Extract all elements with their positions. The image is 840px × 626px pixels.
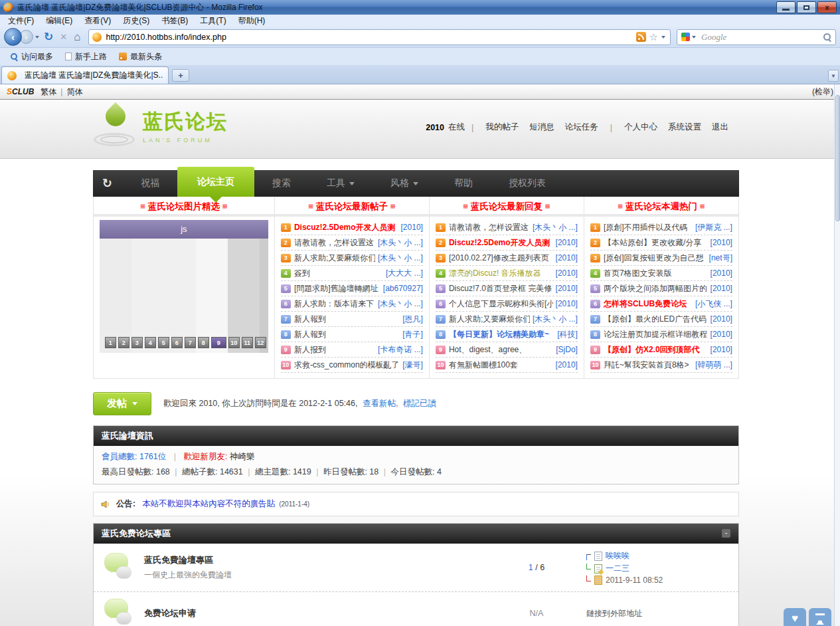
username-link[interactable]: 2010: [426, 123, 444, 132]
thread-link[interactable]: Discuz!7.0首页登录框 完美修: [449, 283, 553, 294]
thread-link[interactable]: 新人求助;又要麻烦你们: [449, 314, 530, 325]
lastpost-author-link[interactable]: 一二三: [606, 563, 630, 574]
author-link[interactable]: [net哥]: [709, 253, 732, 264]
close-button[interactable]: x: [817, 1, 837, 13]
picture-carousel[interactable]: js 123456789101112: [100, 220, 268, 353]
bookmark-getting-started[interactable]: 新手上路: [60, 50, 112, 64]
thread-link[interactable]: Discuz!2.5Demo开发人员测: [449, 237, 553, 249]
userbar-link[interactable]: 退出: [712, 122, 728, 133]
author-link[interactable]: [2010]: [711, 284, 732, 293]
carousel-page-button[interactable]: 5: [158, 337, 169, 348]
author-link[interactable]: [2010]: [401, 223, 423, 232]
url-text[interactable]: http://2010.hotbbs.info/index.php: [106, 33, 633, 42]
nav-item-blessing[interactable]: 祝福: [123, 170, 177, 197]
nav-item-search[interactable]: 搜索: [254, 170, 309, 197]
thread-link[interactable]: 新人求助;又要麻烦你们: [294, 253, 375, 264]
author-link[interactable]: [木头丶小 ...]: [533, 314, 578, 325]
announcement-link[interactable]: 本站不歡迎與本站內容不符的廣告貼: [142, 498, 275, 510]
carousel-page-button[interactable]: 9: [211, 337, 226, 348]
thread-link[interactable]: 怎样将SCLUB免费论坛: [604, 298, 693, 310]
userbar-link[interactable]: 系统设置: [668, 122, 701, 133]
carousel-page-button[interactable]: 4: [145, 337, 156, 348]
thread-link[interactable]: 首页7格图文安装版: [604, 268, 708, 279]
author-link[interactable]: [木头丶小 ...]: [533, 222, 578, 233]
thread-link[interactable]: 个人信息下显示昵称和头衔[小: [449, 298, 553, 310]
carousel-page-button[interactable]: 11: [242, 337, 253, 348]
userbar-link[interactable]: 短消息: [529, 122, 554, 133]
carousel-page-button[interactable]: 8: [198, 337, 209, 348]
author-link[interactable]: [2010]: [556, 360, 578, 369]
userbar-link[interactable]: 个人中心: [624, 122, 657, 133]
forum-title-link[interactable]: 蓝氏免費論壇專區: [144, 554, 487, 566]
url-bar[interactable]: http://2010.hotbbs.info/index.php ☆: [88, 29, 671, 45]
author-link[interactable]: [SjDo]: [556, 345, 578, 354]
author-link[interactable]: [2010]: [556, 284, 578, 293]
author-link[interactable]: [韓萌萌 ...]: [695, 360, 732, 371]
search-input[interactable]: Google: [701, 32, 823, 43]
bookmark-star-icon[interactable]: ☆: [649, 31, 658, 43]
reload-button[interactable]: ↻: [41, 30, 56, 44]
author-link[interactable]: [2010]: [711, 330, 732, 339]
favorite-button[interactable]: ♥: [784, 608, 806, 626]
menu-item[interactable]: 历史(S): [118, 15, 155, 27]
thread-link[interactable]: [2010.02.27]修改主题列表页: [449, 253, 553, 264]
thread-link[interactable]: [問題求助]舊論壇轉網址: [294, 283, 380, 294]
carousel-page-button[interactable]: 3: [131, 337, 143, 348]
author-link[interactable]: [2010]: [556, 238, 578, 247]
author-link[interactable]: [2010]: [711, 268, 732, 278]
menu-item[interactable]: 书签(B): [156, 15, 193, 27]
report-link[interactable]: (检举): [812, 86, 833, 98]
nav-item-style[interactable]: 风格: [373, 170, 436, 197]
newbie-name-link[interactable]: 神崎樂: [230, 452, 255, 461]
back-to-top-button[interactable]: [809, 608, 831, 626]
history-dropdown-icon[interactable]: [35, 36, 39, 41]
home-button[interactable]: ⌂: [70, 31, 84, 44]
carousel-page-button[interactable]: 7: [185, 337, 196, 348]
menu-item[interactable]: 工具(T): [195, 15, 231, 27]
thread-link[interactable]: 两个版块之间添加两幅图片的: [604, 283, 708, 294]
thread-link[interactable]: 求救-css_common的模板亂了: [294, 360, 400, 371]
stop-button[interactable]: ✕: [56, 32, 70, 42]
thread-link[interactable]: 请教请教，怎样设置这: [294, 237, 375, 249]
thread-link[interactable]: 新人報到: [294, 329, 400, 340]
carousel-page-button[interactable]: 10: [228, 337, 240, 348]
author-link[interactable]: [2010]: [711, 238, 732, 247]
thread-link[interactable]: 【原创】最火的LED广告代码: [604, 314, 708, 325]
list-all-tabs-button[interactable]: ▼: [828, 70, 839, 82]
thread-link[interactable]: 簽到: [294, 268, 383, 279]
carousel-page-button[interactable]: 6: [171, 337, 183, 348]
tab-active[interactable]: 蓝氏論壇 蓝氏論壇|DZ免費論壇美化|S...: [1, 66, 169, 84]
thread-link[interactable]: 新人报到: [294, 344, 375, 356]
lastpost-thread-link[interactable]: 唉唉唉: [606, 550, 630, 562]
author-link[interactable]: [濠哥]: [402, 360, 423, 371]
thread-link[interactable]: 拜託~幫我安裝首頁8格>: [604, 360, 693, 371]
nav-item-license-list[interactable]: 授权列表: [491, 170, 564, 197]
author-link[interactable]: [大大大 ...]: [386, 268, 423, 279]
restore-button[interactable]: [797, 1, 816, 13]
bookmark-latest-headlines[interactable]: 最新头条: [114, 50, 167, 64]
bookmark-most-visited[interactable]: 访问最多: [5, 50, 58, 64]
members-total-link[interactable]: 會員總數: 1761位: [102, 452, 166, 461]
thread-link[interactable]: 【本站原创】更改收藏/分享: [604, 237, 708, 249]
author-link[interactable]: [木头丶小 ...]: [378, 237, 423, 249]
author-link[interactable]: [2010]: [711, 345, 732, 354]
thread-link[interactable]: [原创]回复按钮更改为自己想: [604, 253, 707, 264]
thread-link[interactable]: 【每日更新】论坛精美勋章~: [449, 329, 554, 340]
lang-simplified-link[interactable]: 简体: [66, 86, 82, 98]
menu-item[interactable]: 文件(F): [3, 15, 39, 27]
new-tab-button[interactable]: +: [172, 69, 189, 82]
thread-link[interactable]: [原創]不用插件以及代碼: [604, 222, 693, 233]
refresh-icon[interactable]: ↻: [93, 176, 123, 191]
author-link[interactable]: [木头丶小 ...]: [378, 253, 423, 264]
new-post-button[interactable]: 发帖: [93, 392, 151, 415]
view-new-posts-link[interactable]: 查看新帖,: [363, 399, 398, 408]
author-link[interactable]: [小飞侠 ...]: [695, 298, 732, 310]
author-link[interactable]: [恩凡]: [402, 314, 423, 325]
menu-item[interactable]: 编辑(E): [41, 15, 78, 27]
mark-read-link[interactable]: 標記已讀: [403, 399, 436, 408]
author-link[interactable]: [2010]: [556, 299, 578, 308]
author-link[interactable]: [青子]: [402, 329, 423, 340]
thread-link[interactable]: 论坛注册页加提示框详细教程: [604, 329, 708, 340]
author-link[interactable]: [科技]: [557, 329, 578, 340]
nav-item-tools[interactable]: 工具: [309, 170, 373, 197]
